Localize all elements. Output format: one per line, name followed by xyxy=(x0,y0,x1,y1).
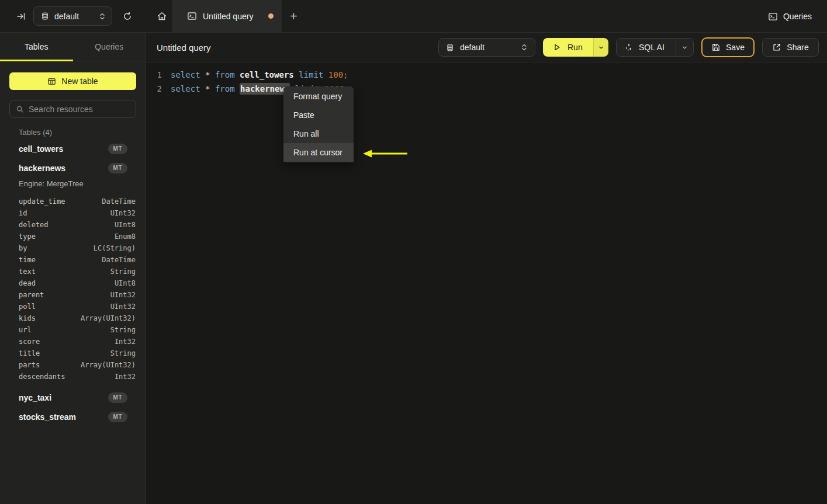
column-name: by xyxy=(19,244,27,252)
column-name: time xyxy=(19,256,36,264)
menu-item-format-query[interactable]: Format query xyxy=(283,87,354,106)
collapse-sidebar-button[interactable] xyxy=(13,8,29,25)
column-row: partsArray(UInt32) xyxy=(0,359,146,371)
column-type: Int32 xyxy=(115,338,136,346)
topbar-database-value: default xyxy=(54,12,94,21)
column-name: parent xyxy=(19,291,44,299)
queries-button[interactable]: Queries xyxy=(768,12,812,22)
menu-item-paste[interactable]: Paste xyxy=(283,106,354,124)
column-type: UInt8 xyxy=(115,279,136,287)
tab-title: Untitled query xyxy=(203,12,262,21)
sidebar-tabs: Tables Queries xyxy=(0,33,146,61)
table-row[interactable]: stocks_streamMT xyxy=(0,407,146,426)
column-row: update_timeDateTime xyxy=(0,196,146,207)
table-name: hackernews xyxy=(19,164,65,173)
table-engine-label: Engine: MergeTree xyxy=(0,178,146,193)
column-name: url xyxy=(19,326,32,334)
column-name: id xyxy=(19,209,27,217)
tables-section-label: Tables (4) xyxy=(19,128,146,137)
column-name: poll xyxy=(19,303,36,311)
table-columns-list: update_timeDateTimeidUInt32deletedUInt8t… xyxy=(0,193,146,388)
column-row: kidsArray(UInt32) xyxy=(0,312,146,324)
menu-item-run-at-cursor[interactable]: Run at cursor xyxy=(283,143,354,162)
floppy-disk-icon xyxy=(711,43,721,52)
search-resources-box xyxy=(9,100,136,118)
refresh-button[interactable] xyxy=(119,8,136,25)
column-row: deletedUInt8 xyxy=(0,219,146,231)
table-row[interactable]: hackernewsMT xyxy=(0,158,146,178)
column-type: UInt32 xyxy=(110,291,136,299)
terminal-icon xyxy=(768,12,778,22)
search-resources-input[interactable] xyxy=(29,105,130,114)
table-row[interactable]: nyc_taxiMT xyxy=(0,388,146,407)
menu-item-run-all[interactable]: Run all xyxy=(283,124,354,143)
chevron-updown-icon xyxy=(521,43,528,51)
code-token: cell_towers xyxy=(240,70,294,79)
collapse-sidebar-icon xyxy=(16,12,26,21)
column-type: UInt32 xyxy=(110,209,136,217)
code-token: select xyxy=(171,84,200,93)
code-token xyxy=(235,84,240,93)
column-name: descendants xyxy=(19,373,65,381)
table-grid-icon xyxy=(47,77,56,86)
column-row: textString xyxy=(0,266,146,277)
query-toolbar: Untitled query default xyxy=(146,33,827,62)
column-type: String xyxy=(110,267,136,276)
column-row: typeEnum8 xyxy=(0,231,146,242)
editor-line: 2select * from hackernews limit 1000 xyxy=(146,82,827,96)
main-area: Untitled query default xyxy=(146,33,827,504)
table-row[interactable]: cell_towersMT xyxy=(0,139,146,158)
sidebar-tab-queries[interactable]: Queries xyxy=(73,33,146,61)
database-icon xyxy=(446,43,454,52)
code-token xyxy=(323,70,328,79)
column-type: UInt8 xyxy=(115,221,136,229)
play-icon xyxy=(553,43,561,51)
search-icon xyxy=(16,105,24,113)
run-options-caret[interactable] xyxy=(593,38,608,57)
run-button-label: Run xyxy=(568,43,583,52)
table-engine-badge: MT xyxy=(108,163,127,173)
table-engine-badge: MT xyxy=(108,412,127,422)
column-type: String xyxy=(110,326,136,334)
column-type: Array(UInt32) xyxy=(81,314,136,322)
code-token: select xyxy=(171,70,200,79)
sql-ai-button[interactable]: SQL AI xyxy=(616,38,694,57)
code-token xyxy=(235,70,240,79)
code-token: limit xyxy=(299,70,323,79)
sidebar-tab-tables[interactable]: Tables xyxy=(0,33,73,61)
top-bar: default xyxy=(0,0,827,33)
sql-editor[interactable]: 1select * from cell_towers limit 100;2se… xyxy=(146,62,827,96)
chevron-updown-icon xyxy=(99,12,106,20)
refresh-icon xyxy=(123,12,132,21)
new-table-button[interactable]: New table xyxy=(9,72,136,90)
unsaved-changes-dot xyxy=(268,13,274,19)
toolbar-controls: default Run xyxy=(438,37,819,57)
save-button[interactable]: Save xyxy=(701,37,755,57)
table-name: nyc_taxi xyxy=(19,393,51,402)
new-tab-button[interactable] xyxy=(285,8,302,25)
column-name: update_time xyxy=(19,197,65,206)
sql-ai-caret[interactable] xyxy=(676,39,693,56)
column-name: parts xyxy=(19,361,40,369)
sql-ai-main[interactable]: SQL AI xyxy=(617,43,676,52)
run-button-main[interactable]: Run xyxy=(543,38,593,57)
toolbar-database-selector[interactable]: default xyxy=(438,38,535,57)
code-token: 100; xyxy=(328,70,348,79)
tab-untitled-query[interactable]: Untitled query xyxy=(172,0,282,32)
tables-list: cell_towersMThackernewsMTEngine: MergeTr… xyxy=(0,139,146,426)
share-button-label: Share xyxy=(787,43,808,52)
code-token: hackernews xyxy=(240,83,290,95)
save-button-label: Save xyxy=(726,43,745,52)
column-name: type xyxy=(19,232,36,241)
topbar-left-section: default xyxy=(0,0,146,32)
run-button[interactable]: Run xyxy=(543,38,608,57)
column-row: timeDateTime xyxy=(0,254,146,266)
terminal-icon xyxy=(187,11,197,21)
code-token: * xyxy=(200,70,215,79)
share-button[interactable]: Share xyxy=(762,38,819,57)
topbar-database-selector[interactable]: default xyxy=(33,6,112,26)
column-name: score xyxy=(19,338,40,346)
table-name: cell_towers xyxy=(19,144,63,154)
home-button[interactable] xyxy=(154,8,170,25)
line-number: 1 xyxy=(148,70,162,79)
